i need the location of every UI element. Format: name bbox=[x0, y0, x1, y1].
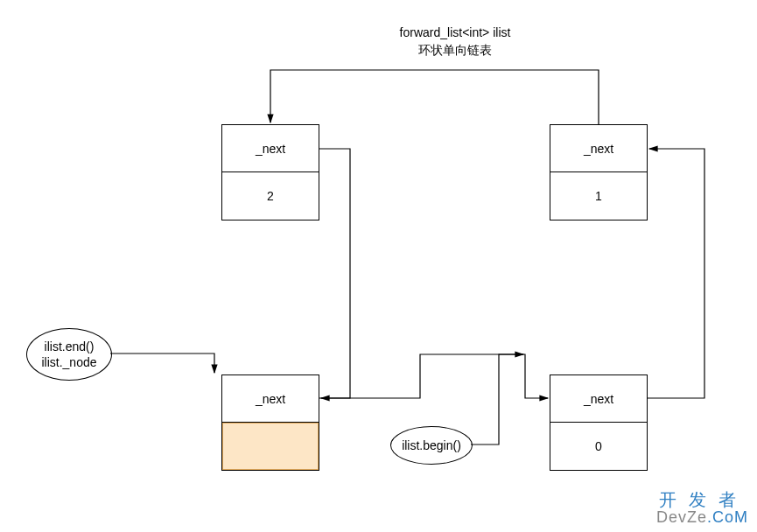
watermark-cn: 开发者 bbox=[656, 490, 748, 509]
watermark-en: DevZe.CoM bbox=[656, 509, 748, 527]
diagram-title: forward_list<int> ilist 环状单向链表 bbox=[368, 24, 543, 59]
diagram-canvas: forward_list<int> ilist 环状单向链表 _next 2 _… bbox=[0, 0, 757, 532]
edge-n1-to-n2 bbox=[270, 70, 599, 124]
edge-n2-to-head bbox=[319, 149, 350, 398]
node-2: _next 2 bbox=[221, 124, 319, 220]
edge-head-to-n0 bbox=[319, 354, 548, 398]
node-2-next: _next bbox=[222, 125, 319, 172]
node-0-value: 0 bbox=[550, 423, 647, 470]
node-1: _next 1 bbox=[550, 124, 648, 220]
node-0-next: _next bbox=[550, 375, 647, 423]
edge-ovalbegin-to-n0 bbox=[471, 354, 523, 444]
oval-end: ilist.end() ilist._node bbox=[26, 328, 112, 381]
node-head-next: _next bbox=[222, 375, 319, 423]
oval-begin-label: ilist.begin() bbox=[402, 438, 461, 453]
title-line1: forward_list<int> ilist bbox=[368, 24, 543, 42]
node-head: _next bbox=[221, 374, 319, 471]
oval-end-line2: ilist._node bbox=[41, 354, 96, 370]
oval-begin: ilist.begin() bbox=[390, 426, 473, 465]
node-head-empty bbox=[222, 423, 319, 470]
title-line2: 环状单向链表 bbox=[368, 42, 543, 60]
oval-end-line1: ilist.end() bbox=[45, 339, 95, 354]
node-0: _next 0 bbox=[550, 374, 648, 471]
watermark: 开发者 DevZe.CoM bbox=[656, 490, 748, 527]
node-2-value: 2 bbox=[222, 172, 319, 220]
node-1-next: _next bbox=[550, 125, 647, 172]
edge-ovalend-to-head bbox=[110, 354, 214, 373]
edge-n0-to-n1 bbox=[648, 149, 704, 398]
node-1-value: 1 bbox=[550, 172, 647, 220]
empty-cell-highlight bbox=[222, 423, 319, 470]
